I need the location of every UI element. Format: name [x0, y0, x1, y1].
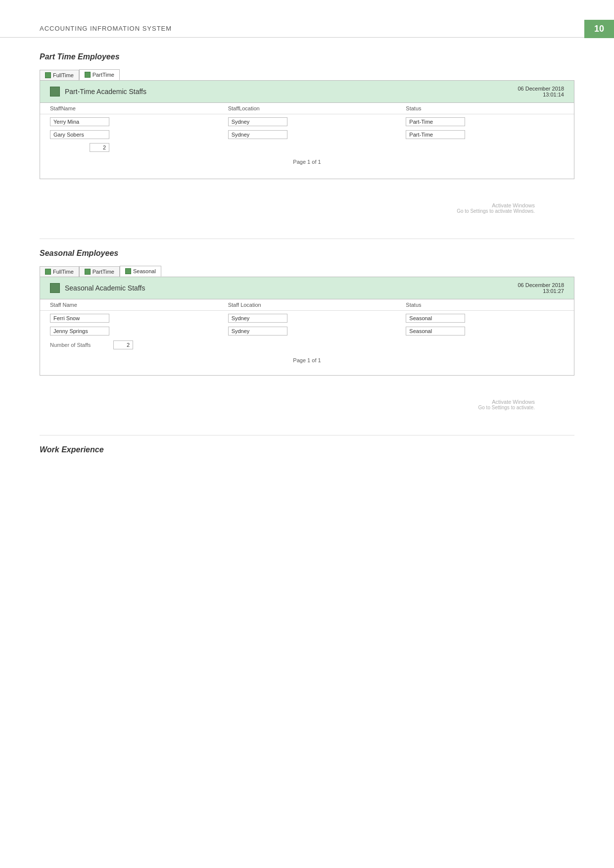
seasonal-report: Seasonal Academic Staffs 06 December 201…	[40, 277, 574, 376]
parttime-report-header-left: Part-Time Academic Staffs	[50, 87, 146, 96]
cell-name: Jenny Springs	[40, 325, 218, 338]
location-input[interactable]: Sydney	[228, 327, 287, 336]
cell-status: Seasonal	[396, 311, 574, 325]
parttime-report-title: Part-Time Academic Staffs	[65, 88, 146, 96]
tab-fulltime-s-icon	[45, 269, 51, 275]
tab-fulltime-pt[interactable]: FullTime	[40, 70, 79, 80]
seasonal-table: Staff Name Staff Location Status Ferri S…	[40, 299, 574, 338]
cell-location: Sydney	[218, 325, 396, 338]
parttime-page-indicator: Page 1 of 1	[40, 154, 574, 170]
section-seasonal-title: Seasonal Employees	[40, 249, 574, 258]
tab-parttime-label: PartTime	[93, 72, 114, 78]
cell-name: Ferri Snow	[40, 311, 218, 325]
section-parttime-title: Part Time Employees	[40, 52, 574, 61]
section-parttime: Part Time Employees FullTime PartTime Pa…	[0, 48, 614, 234]
section-divider-2	[40, 435, 574, 435]
parttime-tabs: FullTime PartTime	[40, 69, 574, 80]
table-row: Yerry Mina Sydney Part-Time	[40, 114, 574, 129]
tab-seasonal-s[interactable]: Seasonal	[120, 266, 161, 277]
seasonal-report-header: Seasonal Academic Staffs 06 December 201…	[40, 277, 574, 299]
tab-seasonal-s-icon	[125, 268, 131, 274]
activate-windows-2: Activate Windows Go to Settings to activ…	[478, 399, 535, 410]
parttime-report-icon	[50, 87, 60, 96]
tab-parttime-icon	[85, 72, 91, 78]
cell-status: Seasonal	[396, 325, 574, 338]
table-row: Ferri Snow Sydney Seasonal	[40, 311, 574, 325]
cell-location: Sydney	[218, 311, 396, 325]
status-input[interactable]: Part-Time	[406, 117, 465, 126]
location-input[interactable]: Sydney	[228, 130, 287, 139]
tab-seasonal-s-label: Seasonal	[133, 268, 156, 274]
section2-bottom: Activate Windows Go to Settings to activ…	[40, 376, 574, 415]
seasonal-report-title: Seasonal Academic Staffs	[65, 284, 145, 292]
name-input[interactable]: Ferri Snow	[50, 314, 109, 323]
cell-name: Gary Sobers	[40, 128, 218, 141]
location-input[interactable]: Sydney	[228, 117, 287, 126]
tab-parttime-s-icon	[85, 269, 91, 275]
name-input[interactable]: Gary Sobers	[50, 130, 109, 139]
status-input[interactable]: Seasonal	[406, 327, 465, 336]
tab-fulltime-icon	[45, 72, 51, 78]
header-title: ACCOUNTING INFROMATION SYSTEM	[40, 25, 172, 32]
seasonal-count-input[interactable]: 2	[113, 340, 133, 349]
col-s-staffname: Staff Name	[40, 299, 218, 311]
parttime-report-date: 06 December 2018 13:01:14	[518, 86, 564, 97]
cell-status: Part-Time	[396, 128, 574, 141]
status-input[interactable]: Seasonal	[406, 314, 465, 323]
parttime-report: Part-Time Academic Staffs 06 December 20…	[40, 80, 574, 179]
section1-bottom: Activate Windows Go to Settings to activ…	[40, 179, 574, 219]
seasonal-report-date: 06 December 2018 13:01:27	[518, 282, 564, 294]
parttime-report-header: Part-Time Academic Staffs 06 December 20…	[40, 81, 574, 103]
number-of-staffs-label: Number of Staffs	[50, 342, 109, 348]
name-input[interactable]: Jenny Springs	[50, 327, 109, 336]
cell-location: Sydney	[218, 114, 396, 129]
table-row: Jenny Springs Sydney Seasonal	[40, 325, 574, 338]
status-input[interactable]: Part-Time	[406, 130, 465, 139]
section-work-experience-title: Work Experience	[40, 445, 574, 454]
page-header: ACCOUNTING INFROMATION SYSTEM	[0, 0, 614, 38]
activate-windows-1: Activate Windows Go to Settings to activ…	[457, 202, 535, 214]
parttime-count-row: 2	[40, 141, 574, 154]
seasonal-report-icon	[50, 283, 60, 293]
col-status: Status	[396, 103, 574, 114]
section-seasonal: Seasonal Employees FullTime PartTime Sea…	[0, 244, 614, 430]
col-s-status: Status	[396, 299, 574, 311]
table-row: Gary Sobers Sydney Part-Time	[40, 128, 574, 141]
page-number: 10	[584, 20, 614, 38]
parttime-count-input[interactable]: 2	[90, 143, 109, 152]
section-divider	[40, 239, 574, 239]
seasonal-report-header-left: Seasonal Academic Staffs	[50, 283, 145, 293]
tab-fulltime-label: FullTime	[53, 72, 74, 78]
cell-status: Part-Time	[396, 114, 574, 129]
tab-fulltime-s-label: FullTime	[53, 269, 74, 275]
tab-parttime-pt[interactable]: PartTime	[79, 69, 120, 80]
name-input[interactable]: Yerry Mina	[50, 117, 109, 126]
seasonal-page-indicator: Page 1 of 1	[40, 352, 574, 368]
cell-name: Yerry Mina	[40, 114, 218, 129]
col-stafflocation: StaffLocation	[218, 103, 396, 114]
tab-fulltime-s[interactable]: FullTime	[40, 266, 79, 277]
tab-parttime-s-label: PartTime	[93, 269, 114, 275]
tab-parttime-s[interactable]: PartTime	[79, 266, 120, 277]
location-input[interactable]: Sydney	[228, 314, 287, 323]
parttime-table: StaffName StaffLocation Status Yerry Min…	[40, 103, 574, 141]
col-s-stafflocation: Staff Location	[218, 299, 396, 311]
col-staffname: StaffName	[40, 103, 218, 114]
section-work-experience: Work Experience	[0, 440, 614, 477]
seasonal-count-row: Number of Staffs 2	[40, 338, 574, 352]
seasonal-tabs: FullTime PartTime Seasonal	[40, 266, 574, 277]
cell-location: Sydney	[218, 128, 396, 141]
